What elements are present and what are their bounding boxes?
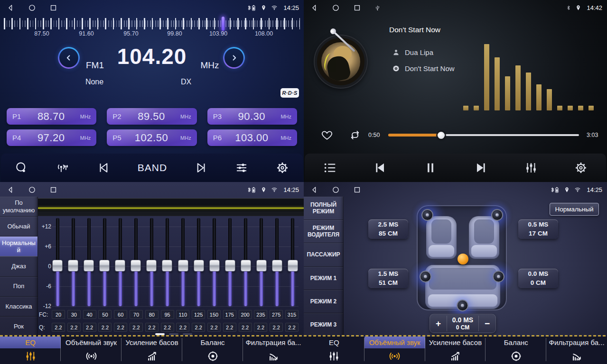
q-value-box[interactable]: 2.2: [270, 323, 283, 332]
nav-recents-icon[interactable]: [353, 4, 361, 12]
nav-home-icon[interactable]: [332, 186, 340, 194]
eq-band-slider-1[interactable]: [67, 218, 79, 306]
eq-slider-knob[interactable]: [146, 260, 157, 272]
preset-button-p5[interactable]: P5102.50MHz: [107, 129, 196, 146]
delay-rear-right-button[interactable]: 0.0 MS 0 CM: [518, 269, 558, 288]
fc-value-box[interactable]: 95: [161, 310, 174, 319]
tab-balance[interactable]: Баланс: [182, 337, 243, 364]
preset-button-p1[interactable]: P188.70MHz: [7, 108, 96, 125]
q-value-box[interactable]: 2.2: [207, 323, 221, 332]
fc-value-box[interactable]: 275: [270, 310, 283, 319]
playlist-icon[interactable]: [323, 161, 337, 175]
eq-slider-knob[interactable]: [288, 260, 298, 272]
q-value-box[interactable]: 2.2: [285, 323, 299, 332]
eq-band-slider-9[interactable]: [193, 218, 205, 306]
nav-back-icon[interactable]: [7, 4, 15, 12]
q-value-box[interactable]: 2.2: [192, 323, 205, 332]
mode-item-2[interactable]: ПАССАЖИР: [304, 243, 343, 266]
eq-preset-item-6[interactable]: Рок: [0, 317, 37, 337]
fc-value-box[interactable]: 315: [285, 310, 299, 319]
eq-slider-knob[interactable]: [131, 260, 141, 272]
fc-value-box[interactable]: 80: [145, 310, 159, 319]
nav-recents-icon[interactable]: [49, 4, 57, 12]
mode-item-5[interactable]: РЕЖИМ 3: [304, 313, 343, 337]
q-value-box[interactable]: 2.2: [161, 323, 174, 332]
preset-button-p6[interactable]: P6103.00MHz: [207, 129, 297, 146]
increase-delay-button[interactable]: +: [430, 318, 447, 329]
nav-recents-icon[interactable]: [353, 186, 361, 194]
nav-back-icon[interactable]: [310, 4, 318, 12]
eq-slider-knob[interactable]: [99, 260, 110, 272]
eq-slider-knob[interactable]: [178, 260, 188, 272]
q-value-box[interactable]: 2.2: [130, 323, 143, 332]
eq-preset-item-1[interactable]: Обычай: [0, 217, 37, 237]
tab-bass[interactable]: Усиление басов: [121, 337, 182, 364]
nav-back-icon[interactable]: [7, 186, 15, 194]
pause-icon[interactable]: [423, 160, 438, 175]
band-button[interactable]: BAND: [138, 162, 167, 173]
eq-band-slider-8[interactable]: [177, 218, 189, 306]
eq-preset-item-2[interactable]: Нормальный: [0, 237, 37, 256]
q-value-box[interactable]: 2.2: [114, 323, 127, 332]
eq-slider-knob[interactable]: [272, 260, 282, 272]
mode-item-0[interactable]: ПОЛНЫЙ РЕЖИМ: [304, 197, 343, 220]
fc-value-box[interactable]: 110: [176, 310, 189, 319]
q-value-box[interactable]: 2.2: [254, 323, 267, 332]
seek-up-button[interactable]: [223, 47, 245, 69]
tab-balance[interactable]: Баланс: [486, 337, 546, 364]
band-page-dash[interactable]: [155, 333, 165, 335]
next-track-icon[interactable]: [473, 160, 488, 175]
eq-slider-knob[interactable]: [241, 260, 251, 272]
eq-slider-knob[interactable]: [84, 260, 94, 272]
nav-recents-icon[interactable]: [49, 186, 57, 194]
q-value-box[interactable]: 2.2: [83, 323, 96, 332]
q-value-box[interactable]: 2.2: [176, 323, 189, 332]
eq-slider-knob[interactable]: [209, 260, 220, 272]
preset-button-p4[interactable]: P497.20MHz: [7, 129, 96, 146]
settings-gear-icon[interactable]: [574, 161, 588, 175]
settings-gear-icon[interactable]: [275, 161, 289, 175]
q-value-box[interactable]: 2.2: [223, 323, 236, 332]
previous-station-icon[interactable]: [97, 161, 111, 175]
seek-down-button[interactable]: [58, 47, 80, 69]
eq-preset-item-3[interactable]: Джаз: [0, 256, 37, 276]
tab-bass[interactable]: Усиление басов: [425, 337, 486, 364]
tune-sliders-icon[interactable]: [234, 161, 249, 175]
fc-value-box[interactable]: 235: [254, 310, 267, 319]
eq-slider-knob[interactable]: [115, 260, 125, 272]
mixer-sliders-icon[interactable]: [524, 161, 538, 175]
tab-surround[interactable]: Объёмный звук: [364, 337, 425, 364]
eq-band-slider-11[interactable]: [224, 218, 236, 306]
nav-home-icon[interactable]: [28, 4, 36, 12]
fc-value-box[interactable]: 200: [239, 310, 252, 319]
nav-home-icon[interactable]: [28, 186, 36, 194]
q-value-box[interactable]: 2.2: [52, 323, 65, 332]
eq-band-slider-2[interactable]: [83, 218, 94, 306]
eq-band-slider-5[interactable]: [130, 218, 141, 306]
mode-item-4[interactable]: РЕЖИМ 2: [304, 290, 343, 313]
eq-slider-knob[interactable]: [194, 260, 204, 272]
mode-item-1[interactable]: РЕЖИМ ВОДИТЕЛЯ: [304, 220, 343, 243]
fc-value-box[interactable]: 30: [67, 310, 81, 319]
preset-button-p2[interactable]: P289.50MHz: [107, 108, 196, 125]
tab-filter[interactable]: Фильтрация ба...: [243, 337, 304, 364]
eq-band-slider-6[interactable]: [146, 218, 157, 306]
q-value-box[interactable]: 2.2: [98, 323, 112, 332]
next-station-icon[interactable]: [194, 161, 208, 175]
eq-band-slider-4[interactable]: [114, 218, 126, 306]
fc-value-box[interactable]: 40: [83, 310, 96, 319]
delay-front-right-button[interactable]: 0.5 MS 17 CM: [518, 219, 558, 239]
band-page-dash[interactable]: [183, 333, 192, 335]
decrease-delay-button[interactable]: −: [479, 318, 495, 329]
fc-value-box[interactable]: 20: [52, 310, 65, 319]
previous-track-icon[interactable]: [373, 160, 388, 175]
broadcast-icon[interactable]: [55, 161, 70, 175]
eq-preset-item-0[interactable]: По умолчанию: [0, 197, 37, 217]
delay-rear-left-button[interactable]: 1.5 MS 51 CM: [368, 269, 408, 288]
nav-home-icon[interactable]: [332, 4, 340, 12]
fc-value-box[interactable]: 50: [98, 310, 112, 319]
eq-band-slider-10[interactable]: [209, 218, 220, 306]
scan-icon[interactable]: [14, 161, 28, 175]
mode-item-3[interactable]: РЕЖИМ 1: [304, 267, 343, 290]
profile-button[interactable]: Нормальный: [550, 203, 599, 216]
